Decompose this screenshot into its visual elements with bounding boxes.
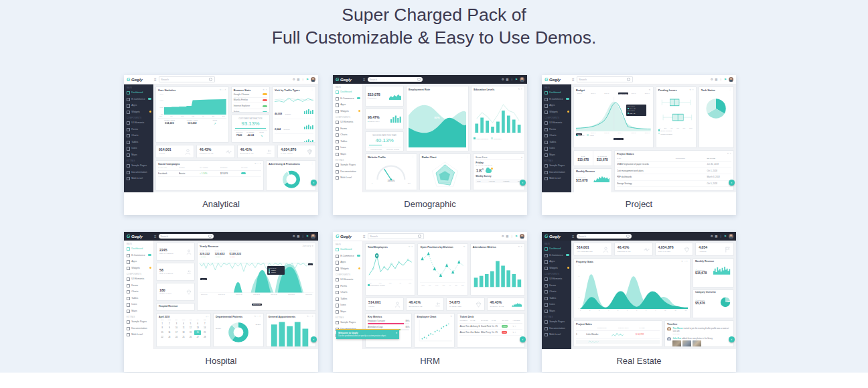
gear-icon[interactable]: ⚙ (711, 235, 713, 238)
card-actions-icon[interactable]: ↻ × (518, 88, 522, 90)
card-actions-icon[interactable]: ↻ □ × (681, 261, 688, 263)
avatar[interactable] (729, 234, 734, 239)
calendar-day[interactable]: 14 (201, 326, 208, 331)
sidebar-item[interactable]: Forms (542, 127, 571, 133)
demo-card-project[interactable]: GGogly ≡ Search ⚙▦⋮⚑ Main DashboardE-Com… (542, 75, 736, 215)
sidebar-item[interactable]: Sample Pages (124, 319, 153, 326)
grid-icon[interactable]: ▦ (715, 78, 717, 81)
settings-fab[interactable]: ‹ (311, 180, 317, 186)
avatar[interactable] (311, 234, 316, 239)
refresh-icon[interactable]: ↻ (451, 316, 453, 318)
month-select[interactable]: January ▾ (302, 245, 313, 247)
avatar[interactable] (520, 234, 525, 239)
calendar-day[interactable]: 19 (187, 330, 194, 335)
sidebar-item[interactable]: Tables (542, 139, 571, 146)
search-input[interactable]: Search (577, 76, 633, 83)
search-input[interactable]: Search (159, 234, 214, 239)
flag-icon[interactable]: ⚑ (515, 78, 518, 81)
calendar-day[interactable]: 26 (187, 335, 194, 340)
sidebar-item[interactable]: Sample Pages (333, 162, 362, 169)
sidebar-item[interactable]: E-Commerce (542, 253, 571, 259)
project-status-row[interactable]: DMAIV Digitization of paper records Jun … (617, 161, 731, 168)
calendar-day[interactable]: 13 (194, 326, 202, 331)
photo-thumbnail[interactable] (672, 340, 681, 346)
ticket-row[interactable]: About TimeAnthony DavieDavid PerkinsCrt.… (459, 324, 522, 330)
calendar-day[interactable]: 3 (173, 322, 180, 326)
calendar-day[interactable]: 8 (159, 326, 166, 331)
sidebar-item[interactable]: Widgets (542, 109, 571, 116)
sidebar-item[interactable]: Multi Level (124, 332, 153, 338)
calendar-day[interactable]: 27 (194, 335, 202, 340)
sidebar-item[interactable]: Charts (333, 289, 362, 296)
sidebar-item[interactable]: Dashboard (333, 89, 362, 96)
sidebar-item[interactable]: Multi Level (542, 176, 571, 182)
calendar-day[interactable]: 5 (187, 322, 194, 326)
project-status-row[interactable]: Storage Strategy Oct 5, 2018 (617, 181, 731, 188)
card-actions-icon[interactable]: ↻ (649, 89, 651, 91)
card-actions-icon[interactable]: ↻ × (263, 89, 267, 91)
sidebar-item[interactable]: E-Commerce (333, 96, 362, 103)
sidebar-item[interactable]: Dashboard (124, 246, 153, 253)
settings-fab[interactable]: ‹ (311, 336, 317, 342)
search-input[interactable]: Search (368, 77, 423, 82)
sidebar-item[interactable]: Tables (542, 296, 571, 302)
sidebar-item[interactable]: Multi Level (542, 332, 571, 338)
sidebar-item[interactable]: Dashboard (333, 247, 362, 253)
calendar-day[interactable]: 16 (166, 330, 173, 335)
calendar-day[interactable]: 18 (180, 330, 188, 335)
gear-icon[interactable]: ⚙ (711, 78, 713, 81)
dots-icon[interactable]: ⋮ (510, 235, 513, 238)
sidebar-item[interactable]: Tables (124, 296, 153, 302)
settings-fab[interactable]: ‹ (729, 180, 735, 186)
sidebar-item[interactable]: Charts (333, 132, 362, 139)
flag-icon[interactable]: ⚑ (306, 78, 309, 81)
app-logo[interactable]: GGogly (336, 234, 361, 239)
calendar-day[interactable]: 21 (201, 330, 208, 335)
demo-card-hospital[interactable]: GGogly ≡ Search ⚙▦⋮⚑ Main DashboardE-Com… (124, 232, 318, 372)
sidebar-item[interactable]: Charts (124, 289, 153, 296)
calendar-day[interactable]: 1 (159, 322, 166, 326)
sidebar-item[interactable]: Charts (124, 133, 153, 139)
sidebar-item[interactable]: Maps (542, 308, 571, 315)
sidebar-item[interactable]: Multi Level (124, 176, 153, 182)
card-actions-icon[interactable]: ⋮ (311, 163, 313, 165)
sidebar-item[interactable]: UI Elements (333, 277, 362, 283)
sidebar-item[interactable]: Forms (542, 283, 571, 289)
sidebar-item[interactable]: Apps (333, 102, 362, 109)
card-actions-icon[interactable]: ↻ □ × (220, 89, 226, 91)
menu-icon[interactable]: ≡ (363, 235, 366, 239)
calendar-day[interactable]: 28 (201, 335, 208, 340)
sidebar-item[interactable]: Documentation (124, 325, 153, 332)
app-logo[interactable]: GGogly (545, 77, 570, 82)
grid-icon[interactable]: ▦ (506, 78, 508, 81)
app-logo[interactable]: GGogly (127, 234, 152, 239)
sidebar-item[interactable]: Widgets (333, 109, 362, 115)
sidebar-item[interactable]: Apps (124, 259, 153, 265)
gear-icon[interactable]: ⚙ (293, 78, 295, 81)
app-logo[interactable]: GGogly (127, 77, 152, 82)
refresh-icon[interactable]: ↻ (463, 246, 465, 248)
sidebar-item[interactable]: Maps (124, 308, 153, 315)
calendar-day[interactable]: 15 (159, 330, 166, 335)
menu-icon[interactable]: ≡ (154, 235, 157, 239)
dots-icon[interactable]: ⋮ (719, 235, 722, 238)
sidebar-item[interactable]: Documentation (333, 168, 362, 175)
sidebar-item[interactable]: Maps (542, 152, 571, 159)
sidebar-item[interactable]: Sample Pages (333, 320, 362, 326)
project-status-row[interactable]: Cost management work plans Oct 1, 2018 (617, 168, 731, 174)
sidebar-item[interactable]: Forms (333, 126, 362, 133)
photo-thumbnail[interactable] (682, 340, 691, 346)
calendar-day[interactable]: 12 (187, 326, 194, 331)
dots-icon[interactable]: ⋮ (719, 78, 722, 81)
sidebar-item[interactable]: UI Elements (542, 276, 571, 283)
sidebar-item[interactable]: Documentation (542, 169, 571, 176)
search-input[interactable]: Search (368, 233, 424, 240)
calendar-day[interactable]: 6 (194, 322, 202, 326)
search-input[interactable]: Search (577, 234, 632, 239)
calendar-day[interactable]: 25 (180, 335, 188, 340)
card-actions-icon[interactable]: ⋮ (464, 88, 466, 90)
sidebar-item[interactable]: Maps (333, 151, 362, 158)
grid-icon[interactable]: ▦ (297, 78, 299, 81)
settings-fab[interactable]: ‹ (520, 336, 526, 342)
grid-icon[interactable]: ▦ (297, 235, 299, 238)
